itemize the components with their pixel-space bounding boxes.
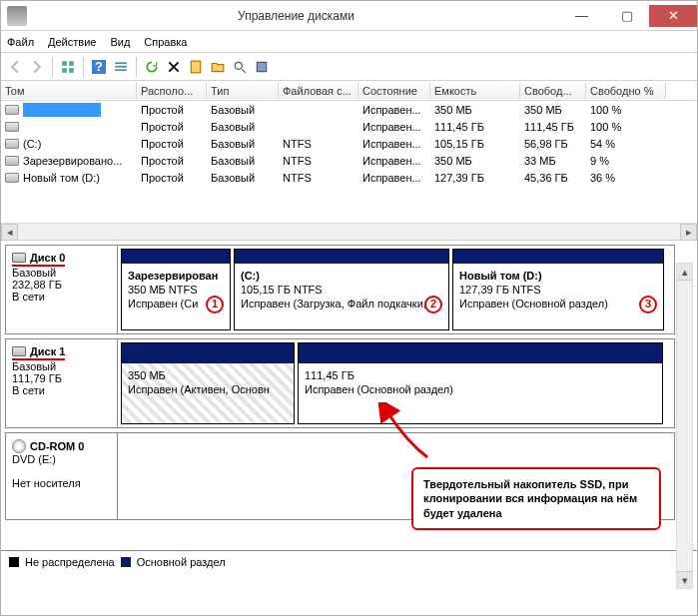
disk-block[interactable]: Диск 0 Базовый 232,88 ГБ В сети Зарезерв… bbox=[5, 245, 675, 334]
menu-help[interactable]: Справка bbox=[144, 36, 187, 48]
cell-fs bbox=[279, 126, 358, 128]
col-layout[interactable]: Располо... bbox=[137, 83, 207, 99]
cell-fs bbox=[279, 109, 358, 111]
list-button[interactable] bbox=[111, 57, 131, 77]
col-state[interactable]: Состояние bbox=[358, 83, 430, 99]
partition-state: Исправен (Основной раздел) bbox=[459, 298, 657, 311]
disk-name: Диск 1 bbox=[12, 345, 65, 360]
cell-cap: 350 МБ bbox=[430, 154, 520, 168]
table-header: Том Располо... Тип Файловая с... Состоян… bbox=[1, 81, 697, 101]
delete-button[interactable] bbox=[164, 57, 184, 77]
cell-free: 45,36 ГБ bbox=[520, 171, 586, 185]
disk-icon bbox=[12, 253, 26, 263]
menu-file[interactable]: Файл bbox=[7, 36, 34, 48]
partition[interactable]: 111,45 ГБ Исправен (Основной раздел) bbox=[298, 342, 663, 424]
cell-cap: 350 МБ bbox=[430, 103, 520, 117]
legend-swatch-unallocated bbox=[9, 557, 19, 567]
search-button[interactable] bbox=[230, 57, 250, 77]
title-bar: Управление дисками — ▢ ✕ bbox=[1, 1, 697, 31]
scroll-up-icon[interactable]: ▴ bbox=[677, 264, 692, 281]
menu-bar: Файл Действие Вид Справка bbox=[1, 31, 697, 53]
cell-state: Исправен... bbox=[358, 103, 430, 117]
volume-icon bbox=[5, 122, 19, 132]
col-fs[interactable]: Файловая с... bbox=[279, 83, 358, 99]
annotation-callout: Твердотельный накопитель SSD, при клонир… bbox=[411, 467, 661, 530]
legend-primary: Основной раздел bbox=[137, 556, 226, 568]
cell-pct: 36 % bbox=[586, 171, 666, 185]
partition-state: Исправен (Основной раздел) bbox=[305, 383, 656, 397]
cell-layout: Простой bbox=[137, 137, 207, 151]
svg-rect-0 bbox=[62, 61, 67, 66]
partition[interactable]: 350 МБ Исправен (Активен, Основн bbox=[121, 342, 295, 424]
cell-layout: Простой bbox=[137, 103, 207, 117]
table-row[interactable]: ПростойБазовыйИсправен...350 МБ350 МБ100… bbox=[1, 101, 697, 118]
col-pct[interactable]: Свободно % bbox=[586, 83, 666, 99]
partition[interactable]: Новый том (D:) 127,39 ГБ NTFS Исправен (… bbox=[452, 249, 664, 330]
scroll-left-icon[interactable]: ◂ bbox=[1, 224, 18, 241]
annotation-badge: 2 bbox=[424, 296, 442, 313]
col-type[interactable]: Тип bbox=[207, 83, 279, 99]
scroll-right-icon[interactable]: ▸ bbox=[680, 224, 697, 241]
help-button[interactable]: ? bbox=[89, 57, 109, 77]
table-row[interactable]: (C:)ПростойБазовыйNTFSИсправен...105,15 … bbox=[1, 135, 697, 152]
cell-free: 56,98 ГБ bbox=[520, 137, 586, 151]
refresh-button[interactable] bbox=[142, 57, 162, 77]
col-cap[interactable]: Емкость bbox=[430, 83, 520, 99]
partition-bar bbox=[235, 250, 448, 264]
partition-size: 350 МБ NTFS bbox=[128, 284, 224, 298]
partition-bar bbox=[122, 343, 294, 363]
scroll-down-icon[interactable]: ▾ bbox=[677, 571, 692, 588]
partition[interactable]: Зарезервирован 350 МБ NTFS Исправен (Си … bbox=[121, 249, 231, 330]
annotation-badge: 1 bbox=[206, 296, 224, 313]
partition-size: 350 МБ bbox=[128, 369, 288, 383]
partition-bar bbox=[122, 250, 230, 264]
svg-text:?: ? bbox=[95, 60, 103, 74]
maximize-button[interactable]: ▢ bbox=[604, 5, 649, 27]
volume-icon bbox=[5, 173, 19, 183]
partition-bar bbox=[453, 250, 663, 264]
minimize-button[interactable]: — bbox=[559, 5, 604, 27]
svg-rect-6 bbox=[115, 62, 127, 64]
menu-action[interactable]: Действие bbox=[48, 36, 96, 48]
col-tom[interactable]: Том bbox=[1, 83, 137, 99]
col-free[interactable]: Свобод... bbox=[520, 83, 586, 99]
svg-rect-9 bbox=[191, 61, 200, 73]
close-button[interactable]: ✕ bbox=[649, 5, 697, 27]
table-row[interactable]: ПростойБазовыйИсправен...111,45 ГБ111,45… bbox=[1, 118, 697, 135]
folder-button[interactable] bbox=[208, 57, 228, 77]
disk-type: Базовый bbox=[12, 360, 111, 372]
svg-point-10 bbox=[235, 62, 242, 69]
volume-list: Том Располо... Тип Файловая с... Состоян… bbox=[1, 81, 697, 241]
table-row[interactable]: Новый том (D:)ПростойБазовыйNTFSИсправен… bbox=[1, 169, 697, 186]
disk-name: Диск 0 bbox=[12, 252, 65, 267]
partition[interactable]: (C:) 105,15 ГБ NTFS Исправен (Загрузка, … bbox=[234, 249, 449, 330]
h-scrollbar[interactable]: ◂ ▸ bbox=[1, 223, 697, 240]
partition-bar bbox=[299, 343, 662, 363]
v-scrollbar[interactable]: ▴ ▾ bbox=[676, 263, 693, 589]
cell-cap: 111,45 ГБ bbox=[430, 120, 520, 134]
svg-rect-3 bbox=[69, 68, 74, 73]
cell-fs: NTFS bbox=[279, 171, 358, 185]
partition-title: (C:) bbox=[241, 270, 442, 284]
table-row[interactable]: Зарезервировано...ПростойБазовыйNTFSИспр… bbox=[1, 152, 697, 169]
cell-pct: 54 % bbox=[586, 137, 666, 151]
disk-info: CD-ROM 0 DVD (E:) Нет носителя bbox=[6, 433, 118, 519]
legend: Не распределена Основной раздел bbox=[1, 550, 697, 572]
menu-view[interactable]: Вид bbox=[110, 36, 130, 48]
annotation-badge: 3 bbox=[639, 296, 657, 313]
properties-button[interactable] bbox=[186, 57, 206, 77]
settings-button[interactable] bbox=[252, 57, 272, 77]
back-button[interactable] bbox=[5, 57, 25, 77]
cell-type: Базовый bbox=[207, 103, 279, 117]
cell-cap: 127,39 ГБ bbox=[430, 171, 520, 185]
disk-status: В сети bbox=[12, 384, 111, 396]
grid-view-button[interactable] bbox=[58, 57, 78, 77]
partition-size: 105,15 ГБ NTFS bbox=[241, 284, 442, 298]
disk-block[interactable]: Диск 1 Базовый 111,79 ГБ В сети 350 МБ И… bbox=[5, 338, 675, 428]
forward-button[interactable] bbox=[27, 57, 47, 77]
toolbar: ? bbox=[1, 53, 697, 81]
cell-type: Базовый bbox=[207, 137, 279, 151]
cell-layout: Простой bbox=[137, 171, 207, 185]
cell-name: Зарезервировано... bbox=[1, 154, 137, 168]
partition-container: Зарезервирован 350 МБ NTFS Исправен (Си … bbox=[118, 246, 674, 333]
